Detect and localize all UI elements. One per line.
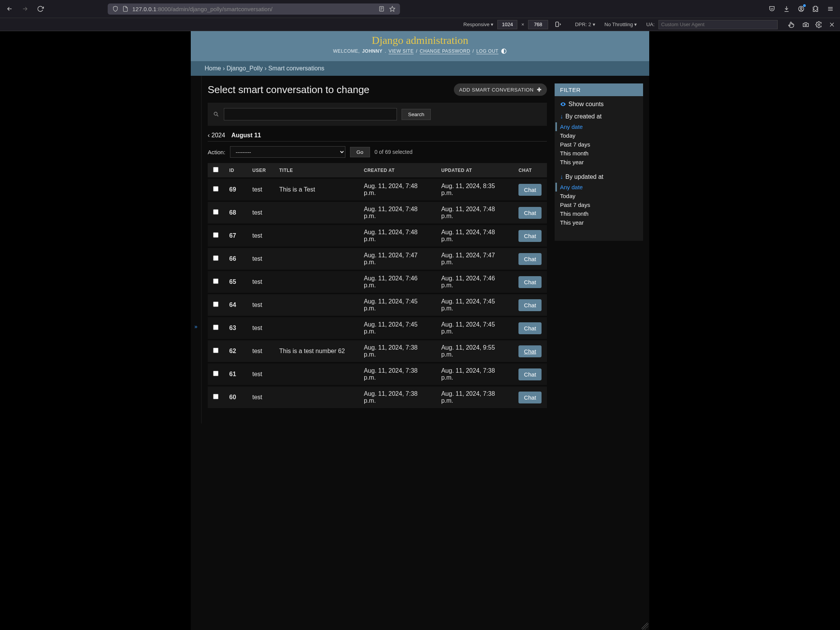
filter-option[interactable]: This month — [560, 149, 638, 158]
resize-grip-icon[interactable] — [642, 623, 648, 630]
filter-group-title[interactable]: ↓By updated at — [560, 173, 638, 180]
chat-button[interactable]: Chat — [518, 253, 542, 265]
row-created-at: Aug. 11, 2024, 7:38 p.m. — [358, 386, 436, 408]
chat-button[interactable]: Chat — [518, 299, 542, 311]
pocket-icon[interactable] — [766, 3, 778, 15]
row-created-at: Aug. 11, 2024, 7:38 p.m. — [358, 363, 436, 386]
reload-button[interactable] — [35, 3, 46, 15]
chat-button[interactable]: Chat — [518, 184, 542, 196]
filter-group-title[interactable]: ↓By created at — [560, 113, 638, 120]
theme-toggle-icon[interactable] — [501, 48, 507, 54]
col-user[interactable]: USER — [247, 163, 274, 178]
rotate-icon[interactable] — [554, 21, 561, 28]
filter-option[interactable]: This year — [560, 158, 638, 167]
row-checkbox[interactable] — [213, 186, 218, 192]
settings-icon[interactable] — [815, 20, 823, 29]
chat-button[interactable]: Chat — [518, 345, 542, 357]
action-select[interactable]: --------- — [230, 146, 345, 158]
filter-option[interactable]: Today — [560, 131, 638, 140]
back-button[interactable] — [4, 3, 15, 15]
ua-input[interactable] — [658, 20, 778, 29]
throttle-selector[interactable]: No Throttling ▾ — [605, 22, 637, 27]
breadcrumb-home[interactable]: Home — [205, 65, 221, 72]
col-updated-at[interactable]: UPDATED AT — [436, 163, 513, 178]
chat-button[interactable]: Chat — [518, 392, 542, 403]
filter-option[interactable]: Today — [560, 192, 638, 200]
col-title[interactable]: TITLE — [274, 163, 358, 178]
search-icon — [213, 111, 219, 117]
viewport-height-input[interactable] — [528, 20, 548, 29]
downloads-icon[interactable] — [781, 3, 792, 15]
row-id[interactable]: 61 — [224, 363, 247, 386]
select-all-checkbox[interactable] — [213, 167, 218, 172]
arrow-down-icon: ↓ — [560, 113, 563, 120]
date-prev-link[interactable]: ‹ 2024 — [208, 132, 225, 139]
forward-button[interactable] — [19, 3, 31, 15]
filter-option[interactable]: This year — [560, 218, 638, 227]
touch-icon[interactable] — [788, 21, 795, 28]
row-id[interactable]: 62 — [224, 340, 247, 363]
close-icon[interactable] — [828, 20, 836, 29]
add-smart-conversation-button[interactable]: ADD SMART CONVERSATION ✚ — [454, 83, 547, 96]
bookmark-icon[interactable] — [389, 6, 395, 12]
svg-line-17 — [217, 115, 218, 117]
table-row: 62 test This is a test number 62 Aug. 11… — [208, 340, 547, 363]
row-id[interactable]: 69 — [224, 178, 247, 201]
row-checkbox[interactable] — [213, 232, 218, 238]
row-title: This is a Test — [274, 178, 358, 201]
dpr-selector[interactable]: DPR: 2 ▾ — [575, 22, 595, 27]
sidebar-toggle[interactable]: » — [191, 76, 202, 423]
viewport-width-input[interactable] — [497, 20, 517, 29]
view-site-link[interactable]: VIEW SITE — [388, 48, 413, 54]
row-id[interactable]: 65 — [224, 270, 247, 293]
row-checkbox[interactable] — [213, 371, 218, 376]
screenshot-icon[interactable] — [802, 20, 810, 29]
chat-button[interactable]: Chat — [518, 207, 542, 219]
col-id[interactable]: ID — [224, 163, 247, 178]
log-out-link[interactable]: LOG OUT — [476, 48, 498, 54]
filter-option[interactable]: This month — [560, 209, 638, 218]
filter-option[interactable]: Any date — [555, 183, 638, 192]
chat-button[interactable]: Chat — [518, 276, 542, 288]
site-title: Django administration — [191, 34, 649, 47]
go-button[interactable]: Go — [350, 147, 370, 157]
col-created-at[interactable]: CREATED AT — [358, 163, 436, 178]
menu-icon[interactable] — [825, 3, 836, 15]
filter-option[interactable]: Any date — [555, 122, 638, 131]
search-button[interactable]: Search — [402, 109, 431, 120]
row-id[interactable]: 64 — [224, 293, 247, 317]
search-input[interactable] — [224, 108, 397, 120]
row-checkbox[interactable] — [213, 255, 218, 261]
row-checkbox[interactable] — [213, 278, 218, 284]
chat-button[interactable]: Chat — [518, 322, 542, 334]
breadcrumb-app[interactable]: Django_Polly — [227, 65, 263, 72]
row-id[interactable]: 66 — [224, 247, 247, 270]
change-password-link[interactable]: CHANGE PASSWORD — [420, 48, 470, 54]
breadcrumb-model: Smart conversations — [268, 65, 324, 72]
chat-button[interactable]: Chat — [518, 368, 542, 380]
table-row: 66 test Aug. 11, 2024, 7:47 p.m. Aug. 11… — [208, 247, 547, 270]
row-id[interactable]: 68 — [224, 201, 247, 224]
row-id[interactable]: 67 — [224, 224, 247, 247]
chat-button[interactable]: Chat — [518, 230, 542, 242]
reader-mode-icon[interactable] — [378, 6, 385, 12]
table-row: 61 test Aug. 11, 2024, 7:38 p.m. Aug. 11… — [208, 363, 547, 386]
row-created-at: Aug. 11, 2024, 7:45 p.m. — [358, 293, 436, 317]
row-id[interactable]: 63 — [224, 317, 247, 340]
row-created-at: Aug. 11, 2024, 7:48 p.m. — [358, 178, 436, 201]
row-checkbox[interactable] — [213, 209, 218, 215]
row-id[interactable]: 60 — [224, 386, 247, 408]
row-checkbox[interactable] — [213, 302, 218, 307]
url-bar[interactable]: 127.0.0.1:8000/admin/django_polly/smartc… — [108, 3, 400, 15]
row-checkbox[interactable] — [213, 394, 218, 399]
show-counts-toggle[interactable]: Show counts — [560, 101, 638, 108]
account-icon[interactable] — [795, 3, 807, 15]
row-checkbox[interactable] — [213, 348, 218, 353]
responsive-selector[interactable]: Responsive ▾ — [463, 22, 494, 27]
filter-option[interactable]: Past 7 days — [560, 140, 638, 149]
extensions-icon[interactable] — [810, 3, 822, 15]
toolbar-icons — [766, 3, 836, 15]
row-checkbox[interactable] — [213, 325, 218, 330]
filter-option[interactable]: Past 7 days — [560, 200, 638, 209]
svg-rect-10 — [556, 22, 559, 27]
